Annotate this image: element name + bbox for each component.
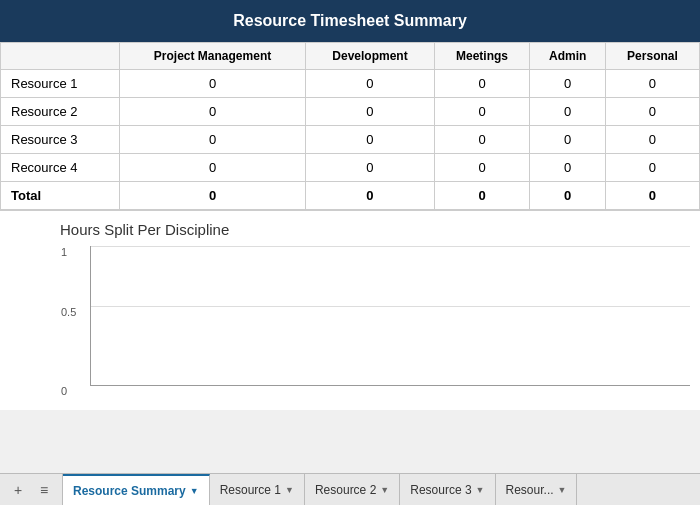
chart-title: Hours Split Per Discipline [60, 221, 690, 238]
gridline-1 [91, 246, 690, 247]
col-header-personal: Personal [605, 43, 699, 70]
sheet-tab-0[interactable]: Resource Summary▼ [63, 474, 210, 505]
tab-dropdown-arrow[interactable]: ▼ [190, 486, 199, 496]
row-cell: 0 [530, 98, 605, 126]
col-header-name [1, 43, 120, 70]
row-cell: 0 [605, 182, 699, 210]
table-row: Resource 200000 [1, 98, 700, 126]
col-header-development: Development [306, 43, 434, 70]
table-row: Total00000 [1, 182, 700, 210]
tab-dropdown-arrow[interactable]: ▼ [476, 485, 485, 495]
row-name: Total [1, 182, 120, 210]
tab-label: Resource 1 [220, 483, 281, 497]
y-axis-label-0: 0 [61, 385, 67, 397]
row-cell: 0 [530, 126, 605, 154]
tab-dropdown-arrow[interactable]: ▼ [285, 485, 294, 495]
row-cell: 0 [530, 70, 605, 98]
col-header-meetings: Meetings [434, 43, 530, 70]
row-cell: 0 [306, 182, 434, 210]
row-cell: 0 [119, 182, 306, 210]
table-row: Resource 100000 [1, 70, 700, 98]
row-cell: 0 [434, 154, 530, 182]
tab-label: Resource 2 [315, 483, 376, 497]
row-name: Resource 1 [1, 70, 120, 98]
chart-container: Hours Split Per Discipline 1 0.5 0 [0, 210, 700, 410]
row-cell: 0 [119, 98, 306, 126]
bottom-bar: + ≡ Resource Summary▼Resource 1▼Resource… [0, 473, 700, 505]
row-cell: 0 [434, 182, 530, 210]
tab-label: Resour... [506, 483, 554, 497]
chart-area: 1 0.5 0 [90, 246, 690, 386]
bottom-icons: + ≡ [0, 474, 63, 505]
row-cell: 0 [530, 154, 605, 182]
col-header-project-mgmt: Project Management [119, 43, 306, 70]
tab-dropdown-arrow[interactable]: ▼ [380, 485, 389, 495]
resource-table: Project Management Development Meetings … [0, 42, 700, 210]
row-cell: 0 [306, 70, 434, 98]
row-cell: 0 [530, 182, 605, 210]
data-table-container: Project Management Development Meetings … [0, 42, 700, 210]
sheet-tab-1[interactable]: Resource 1▼ [210, 474, 305, 505]
row-name: Resource 2 [1, 98, 120, 126]
row-cell: 0 [605, 126, 699, 154]
page-title: Resource Timesheet Summary [233, 12, 467, 29]
row-cell: 0 [434, 98, 530, 126]
row-cell: 0 [119, 70, 306, 98]
row-cell: 0 [434, 126, 530, 154]
sheet-tab-2[interactable]: Resource 2▼ [305, 474, 400, 505]
table-row: Resource 300000 [1, 126, 700, 154]
table-row: Recource 400000 [1, 154, 700, 182]
row-cell: 0 [306, 126, 434, 154]
row-cell: 0 [605, 70, 699, 98]
tab-label: Resource 3 [410, 483, 471, 497]
gridline-05 [91, 306, 690, 307]
tab-label: Resource Summary [73, 484, 186, 498]
sheet-tab-4[interactable]: Resour...▼ [496, 474, 578, 505]
row-cell: 0 [434, 70, 530, 98]
table-header-row: Project Management Development Meetings … [1, 43, 700, 70]
row-cell: 0 [605, 154, 699, 182]
row-cell: 0 [306, 98, 434, 126]
tabs-container: Resource Summary▼Resource 1▼Resource 2▼R… [63, 474, 577, 505]
sheet-list-button[interactable]: ≡ [34, 480, 54, 500]
row-cell: 0 [605, 98, 699, 126]
y-axis-label-1: 1 [61, 246, 67, 258]
tab-dropdown-arrow[interactable]: ▼ [558, 485, 567, 495]
sheet-tab-3[interactable]: Resource 3▼ [400, 474, 495, 505]
row-cell: 0 [306, 154, 434, 182]
row-cell: 0 [119, 126, 306, 154]
row-name: Resource 3 [1, 126, 120, 154]
page-header: Resource Timesheet Summary [0, 0, 700, 42]
row-cell: 0 [119, 154, 306, 182]
add-sheet-button[interactable]: + [8, 480, 28, 500]
col-header-admin: Admin [530, 43, 605, 70]
row-name: Recource 4 [1, 154, 120, 182]
y-axis-label-05: 0.5 [61, 306, 76, 318]
